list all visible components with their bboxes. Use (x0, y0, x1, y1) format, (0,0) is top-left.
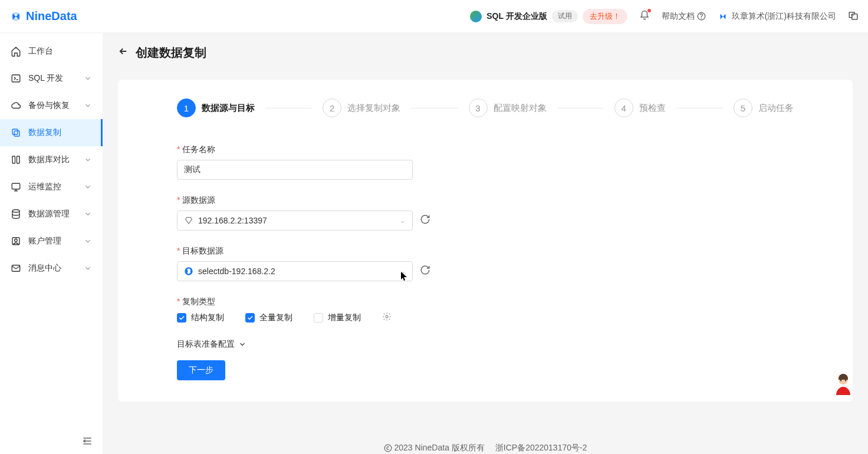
svg-point-21 (845, 379, 846, 381)
icp-link[interactable]: 浙ICP备2022013170号-2 (495, 443, 587, 453)
sidebar-item-label: 备份与恢复 (28, 100, 84, 111)
sidebar-item-label: 账户管理 (28, 236, 84, 246)
next-step-button[interactable]: 下一步 (177, 360, 225, 380)
brand-name: NineData (26, 9, 77, 23)
refresh-target-button[interactable] (420, 265, 430, 278)
task-name-input[interactable] (177, 160, 413, 180)
brand-logo[interactable]: NineData (9, 9, 77, 23)
selectdb-icon (184, 267, 193, 276)
sidebar-item-0[interactable]: 工作台 (0, 38, 103, 65)
chevron-down-icon (84, 237, 92, 245)
copyright-icon (384, 444, 392, 452)
chevron-down-icon (84, 74, 92, 83)
svg-point-13 (15, 239, 18, 242)
svg-rect-19 (840, 384, 847, 386)
svg-point-11 (12, 210, 19, 213)
support-float-button[interactable] (831, 371, 855, 395)
sidebar-item-3[interactable]: 数据复制 (0, 119, 103, 146)
chevron-down-icon: ⌄ (400, 216, 406, 225)
language-icon[interactable]: 中 (848, 10, 859, 22)
advanced-config-toggle[interactable]: 目标表准备配置 (177, 339, 794, 350)
org-link[interactable]: 玖章算术(浙江)科技有限公司 (718, 11, 836, 22)
sidebar-item-1[interactable]: SQL 开发 (0, 65, 103, 92)
form-card: 1数据源与目标2选择复制对象3配置映射对象4预检查5启动任务 *任务名称 *源数… (118, 80, 853, 402)
sidebar-item-label: SQL 开发 (28, 73, 84, 84)
copy-type-field: *复制类型 结构复制 全量复制 增量复制 (177, 297, 794, 324)
chevron-down-icon: ⌄ (400, 267, 406, 275)
mail-icon (11, 263, 21, 274)
monitor-icon (11, 182, 21, 192)
sidebar-item-label: 工作台 (28, 46, 92, 57)
target-datasource-select[interactable]: selectdb-192.168.2.2 ⌄ (177, 261, 413, 281)
cloud-icon (11, 100, 21, 111)
steps-bar: 1数据源与目标2选择复制对象3配置映射对象4预检查5启动任务 (177, 98, 794, 117)
chevron-down-icon (84, 156, 92, 164)
home-icon (11, 46, 21, 57)
compare-icon (11, 154, 21, 165)
gear-icon[interactable] (382, 312, 392, 324)
svg-rect-7 (12, 129, 18, 134)
svg-rect-6 (14, 131, 19, 136)
sidebar-item-2[interactable]: 备份与恢复 (0, 92, 103, 119)
page-title-bar: 创建数据复制 (118, 45, 853, 61)
svg-text:中: 中 (851, 14, 854, 17)
checkbox-full[interactable]: 全量复制 (245, 312, 292, 323)
step-label: 预检查 (639, 103, 666, 114)
task-name-field: *任务名称 (177, 144, 484, 180)
checkbox-incremental[interactable]: 增量复制 (314, 312, 361, 323)
step-label: 选择复制对象 (347, 103, 400, 114)
back-arrow-icon[interactable] (118, 46, 129, 60)
svg-point-1 (701, 18, 702, 18)
step-2: 2选择复制对象 (323, 98, 400, 117)
source-datasource-field: *源数据源 192.168.2.2:13397 ⌄ (177, 195, 484, 231)
chevron-down-icon (84, 183, 92, 191)
target-datasource-field: *目标数据源 selectdb-192.168.2.2 ⌄ (177, 246, 484, 281)
checkbox-structure[interactable]: 结构复制 (177, 312, 224, 323)
sidebar-item-label: 运维监控 (28, 182, 84, 192)
terminal-icon (11, 73, 21, 84)
enterprise-badge: SQL 开发企业版 试用 去升级！ (470, 9, 627, 24)
help-link[interactable]: 帮助文档 (662, 11, 706, 22)
step-1: 1数据源与目标 (177, 98, 255, 117)
main-content: 创建数据复制 1数据源与目标2选择复制对象3配置映射对象4预检查5启动任务 *任… (103, 33, 868, 454)
step-number: 4 (614, 98, 633, 117)
step-label: 启动任务 (758, 103, 794, 114)
sidebar-item-5[interactable]: 运维监控 (0, 173, 103, 200)
enterprise-label: SQL 开发企业版 (486, 11, 547, 22)
page-title: 创建数据复制 (136, 45, 206, 61)
sidebar-collapse-button[interactable] (81, 435, 93, 447)
question-circle-icon (697, 12, 706, 21)
account-icon (11, 236, 21, 246)
refresh-source-button[interactable] (420, 214, 430, 227)
svg-point-16 (386, 315, 388, 318)
page-footer: 2023 NineData 版权所有 浙ICP备2022013170号-2 (118, 443, 853, 453)
sidebar-item-6[interactable]: 数据源管理 (0, 200, 103, 228)
step-label: 数据源与目标 (202, 103, 255, 114)
chevron-down-icon (84, 101, 92, 110)
org-icon (718, 11, 728, 22)
sidebar: 工作台SQL 开发备份与恢复数据复制数据库对比运维监控数据源管理账户管理消息中心 (0, 33, 103, 454)
sidebar-item-label: 消息中心 (28, 263, 84, 274)
svg-rect-8 (12, 156, 15, 163)
chevron-down-icon (84, 210, 92, 218)
chevron-down-icon (238, 340, 246, 348)
upgrade-button[interactable]: 去升级！ (583, 9, 627, 24)
step-number: 1 (177, 98, 196, 117)
step-label: 配置映射对象 (494, 103, 547, 114)
app-header: NineData SQL 开发企业版 试用 去升级！ 帮助文档 玖章算术(浙江)… (0, 0, 868, 33)
sidebar-item-4[interactable]: 数据库对比 (0, 146, 103, 173)
svg-point-20 (840, 379, 841, 381)
svg-rect-10 (12, 183, 20, 189)
sidebar-item-8[interactable]: 消息中心 (0, 255, 103, 282)
source-datasource-select[interactable]: 192.168.2.2:13397 ⌄ (177, 210, 413, 231)
logo-icon (9, 10, 22, 23)
step-5: 5启动任务 (734, 98, 794, 117)
svg-rect-9 (17, 156, 20, 163)
step-3: 3配置映射对象 (469, 98, 547, 117)
notification-bell-icon[interactable] (639, 10, 650, 23)
step-number: 2 (323, 98, 341, 117)
db-generic-icon (184, 216, 193, 225)
sidebar-item-7[interactable]: 账户管理 (0, 228, 103, 255)
step-number: 3 (469, 98, 488, 117)
sidebar-item-label: 数据源管理 (28, 209, 84, 219)
